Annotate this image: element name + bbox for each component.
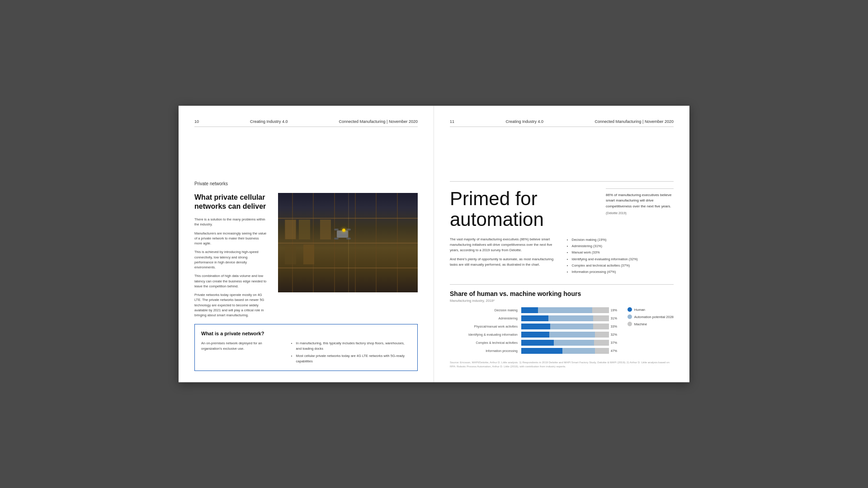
title-stat-row: Primed for automation 86% of manufacturi…	[450, 188, 674, 230]
bullets-container: Decision making (19%) Administering (31%…	[566, 237, 674, 276]
info-bullet-1: In manufacturing, this typically include…	[296, 341, 411, 352]
bar-human-5	[521, 348, 562, 354]
chart-row-4: Complex & technical activities 37%	[450, 340, 622, 346]
top-rule	[450, 181, 674, 182]
bar-human-0	[521, 307, 538, 313]
legend-dot-1	[627, 314, 632, 319]
bar-machine-2	[593, 324, 609, 329]
body-text-2: And there's plenty of opportunity to aut…	[450, 257, 557, 267]
chart-bars-3	[521, 332, 609, 338]
chart-pct-2: 33%	[611, 325, 622, 328]
chart-bars-1	[521, 315, 609, 321]
body-text-container: The vast majority of manufacturing execu…	[450, 237, 557, 276]
legend-item-2: Machine	[627, 322, 674, 326]
info-box-left-text: An on-premises network deployed for an o…	[201, 341, 282, 351]
legend-dot-0	[627, 307, 632, 312]
chart-row-2: Physical/manual work activities 33%	[450, 324, 622, 329]
stat-source: (Deloitte 2019)	[606, 211, 674, 215]
left-page-header: 10 Creating Industry 4.0 Connected Manuf…	[194, 119, 418, 127]
chart-pct-1: 31%	[611, 317, 622, 320]
bar-machine-1	[593, 315, 609, 321]
info-box-right: In manufacturing, this typically include…	[291, 341, 411, 364]
legend-item-0: Human	[627, 307, 674, 312]
chart-bars-2	[521, 324, 609, 329]
bar-human-3	[521, 332, 549, 338]
bullet-5: Information processing (47%)	[572, 269, 674, 275]
chart-source: Source: Ericsson, MAPI/Deloitte, Arthur …	[450, 361, 674, 369]
chart-label-0: Decision making	[450, 309, 518, 312]
info-box-title: What is a private network?	[201, 331, 411, 336]
chart-title: Share of human vs. machine working hours	[450, 290, 674, 297]
legend-label-0: Human	[634, 308, 645, 312]
chart-subtitle: Manufacturing industry, 2018²	[450, 299, 674, 303]
chart-pct-0: 19%	[611, 309, 622, 312]
bar-machine-4	[594, 340, 609, 346]
bullet-2: Manual work (33%	[572, 249, 674, 256]
article-title: What private cellular networks can deliv…	[194, 193, 267, 212]
chart-row-1: Administering 31%	[450, 315, 622, 321]
drone-light	[342, 229, 345, 232]
bar-human-1	[521, 315, 548, 321]
warehouse-image-container	[278, 193, 418, 322]
chart-label-4: Complex & technical activities	[450, 341, 518, 344]
bar-human-4	[521, 340, 554, 346]
info-box-left: An on-premises network deployed for an o…	[201, 341, 282, 364]
chart-pct-4: 37%	[611, 341, 622, 344]
info-box-bullets: In manufacturing, this typically include…	[291, 341, 411, 364]
body-bullets-row: The vast majority of manufacturing execu…	[450, 237, 674, 276]
chart-row-5: Information processing 47%	[450, 348, 622, 354]
chart-label-3: Identifying & evaluating information	[450, 333, 518, 336]
bar-human-2	[521, 324, 550, 329]
right-page: 11 Creating Industry 4.0 Connected Manuf…	[434, 106, 689, 383]
info-box-content: An on-premises network deployed for an o…	[201, 341, 411, 364]
stat-box: 86% of manufacturing executives believe …	[606, 188, 674, 215]
big-title-container: Primed for automation	[450, 188, 597, 230]
info-box: What is a private network? An on-premise…	[194, 324, 418, 371]
chart-bars-5	[521, 348, 609, 354]
chart-pct-3: 32%	[611, 333, 622, 336]
para-3: This is achieved by introducing high-spe…	[194, 249, 267, 270]
chart-section: Share of human vs. machine working hours…	[450, 284, 674, 369]
chart-label-5: Information processing	[450, 349, 518, 352]
para-4: This combination of high data volume and…	[194, 273, 267, 289]
right-page-journal: Connected Manufacturing | November 2020	[595, 119, 674, 124]
legend-label-2: Machine	[634, 322, 647, 326]
warehouse-image	[278, 193, 418, 292]
para-1: There is a solution to the many problems…	[194, 217, 267, 227]
chart-row-0: Decision making 19%	[450, 307, 622, 313]
chart-area: Decision making 19% Administering	[450, 307, 674, 356]
document-spread: 10 Creating Industry 4.0 Connected Manuf…	[179, 106, 689, 383]
article-body: There is a solution to the many problems…	[194, 217, 271, 318]
right-page-title: Creating Industry 4.0	[506, 119, 544, 124]
left-page-title: Creating Industry 4.0	[250, 119, 288, 124]
bar-auto-5	[562, 348, 595, 354]
bar-machine-3	[595, 332, 609, 338]
left-page: 10 Creating Industry 4.0 Connected Manuf…	[179, 106, 434, 383]
drone	[337, 230, 348, 238]
left-page-num: 10	[194, 119, 199, 124]
right-page-num: 11	[450, 119, 454, 124]
legend-item-1: Automation potential 2028	[627, 314, 674, 319]
left-page-journal: Connected Manufacturing | November 2020	[339, 119, 418, 124]
chart-bars-0	[521, 307, 609, 313]
chart-label-2: Physical/manual work activities	[450, 325, 518, 328]
big-title: Primed for automation	[450, 188, 597, 230]
chart-legend: Human Automation potential 2028 Machine	[627, 307, 674, 326]
section-label: Private networks	[194, 181, 418, 186]
bullet-list: Decision making (19%) Administering (31%…	[566, 237, 674, 276]
right-page-header: 11 Creating Industry 4.0 Connected Manuf…	[450, 119, 674, 127]
bar-machine-0	[592, 307, 609, 313]
body-text-1: The vast majority of manufacturing execu…	[450, 237, 557, 253]
para-5: Private networks today operate mostly on…	[194, 292, 267, 318]
para-2: Manufacturers are increasingly seeing th…	[194, 231, 267, 246]
legend-label-1: Automation potential 2028	[634, 315, 674, 319]
bar-auto-4	[554, 340, 594, 346]
bullet-1: Administering (31%)	[572, 243, 674, 249]
bullet-4: Complex and technical activities (37%)	[572, 263, 674, 269]
chart-bars-4	[521, 340, 609, 346]
bar-machine-5	[595, 348, 609, 354]
bar-auto-1	[548, 315, 593, 321]
chart-label-1: Administering	[450, 317, 518, 320]
chart-row-3: Identifying & evaluating information 32%	[450, 332, 622, 338]
chart-pct-5: 47%	[611, 349, 622, 352]
